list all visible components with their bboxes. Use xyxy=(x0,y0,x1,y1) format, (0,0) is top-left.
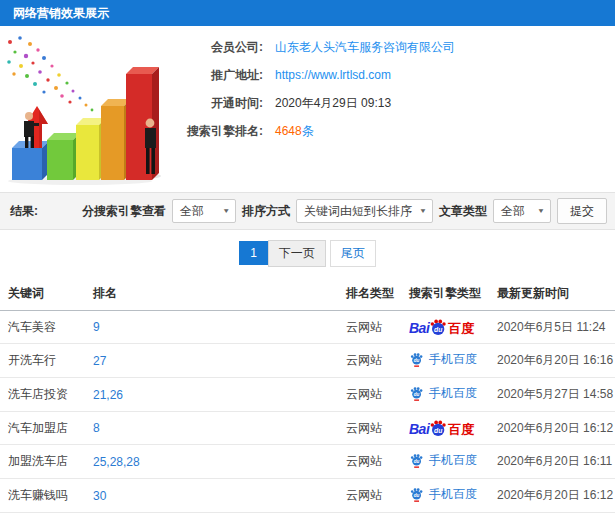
rank-type-cell: 云网站 xyxy=(338,479,401,513)
svg-text:du: du xyxy=(414,493,420,498)
update-time-cell: 2020年6月20日 16:16 xyxy=(489,344,615,378)
pagination: 1 下一页 尾页 xyxy=(0,230,615,276)
sort-filter-label: 排序方式 xyxy=(242,203,290,220)
table-row: 洗车店利润 30 云网站 du手机百度 2020年6月18日 14:27 xyxy=(0,513,615,520)
rank-cell[interactable]: 21,26 xyxy=(85,378,338,412)
mobile-baidu-logo: du手机百度 xyxy=(409,452,477,469)
table-row: 汽车美容 9 云网站 Baidu百度 2020年6月5日 11:24 xyxy=(0,311,615,344)
svg-text:du: du xyxy=(414,459,420,464)
col-header-update-time: 最新更新时间 xyxy=(489,276,615,311)
update-time-cell: 2020年6月20日 16:11 xyxy=(489,445,615,479)
update-time-cell: 2020年6月5日 11:24 xyxy=(489,311,615,344)
filter-bar: 结果: 分搜索引擎查看 全部▼ 排序方式 关键词由短到长排序▼ 文章类型 全部▼… xyxy=(0,192,615,230)
engine-select[interactable]: 全部▼ xyxy=(172,199,236,223)
next-page-button[interactable]: 下一页 xyxy=(268,240,326,267)
keyword-cell: 开洗车行 xyxy=(0,344,85,378)
update-time-cell: 2020年5月27日 14:58 xyxy=(489,378,615,412)
engine-filter-label: 分搜索引擎查看 xyxy=(82,203,166,220)
keyword-cell: 加盟洗车店 xyxy=(0,445,85,479)
col-header-rank-type: 排名类型 xyxy=(338,276,401,311)
col-header-rank: 排名 xyxy=(85,276,338,311)
keyword-cell: 洗车赚钱吗 xyxy=(0,479,85,513)
keyword-cell: 汽车美容 xyxy=(0,311,85,344)
rank-type-cell: 云网站 xyxy=(338,513,401,520)
mobile-baidu-logo: du手机百度 xyxy=(409,486,477,503)
baidu-logo: Baidu百度 xyxy=(409,318,474,335)
col-header-engine-type: 搜索引擎类型 xyxy=(401,276,489,311)
chevron-down-icon: ▼ xyxy=(419,207,427,214)
rank-cell[interactable]: 27 xyxy=(85,344,338,378)
table-row: 洗车赚钱吗 30 云网站 du手机百度 2020年6月20日 16:12 xyxy=(0,479,615,513)
submit-button[interactable]: 提交 xyxy=(557,198,607,224)
rank-type-cell: 云网站 xyxy=(338,344,401,378)
bar-chart-illustration xyxy=(0,30,175,188)
rank-cell[interactable]: 8 xyxy=(85,412,338,445)
mobile-baidu-paw-icon: du xyxy=(409,352,424,367)
rank-type-cell: 云网站 xyxy=(338,445,401,479)
baidu-paw-icon: du xyxy=(429,419,447,437)
type-select[interactable]: 全部▼ xyxy=(493,199,551,223)
chevron-down-icon: ▼ xyxy=(222,207,230,214)
mobile-baidu-paw-icon: du xyxy=(409,386,424,401)
table-row: 洗车店投资 21,26 云网站 du手机百度 2020年5月27日 14:58 xyxy=(0,378,615,412)
promo-url-label: 推广地址: xyxy=(175,66,263,85)
open-time-value: 2020年4月29日 09:13 xyxy=(275,94,391,113)
company-link[interactable]: 山东老人头汽车服务咨询有限公司 xyxy=(275,38,455,57)
baidu-logo: Baidu百度 xyxy=(409,419,474,436)
rank-type-cell: 云网站 xyxy=(338,311,401,344)
mobile-baidu-logo: du手机百度 xyxy=(409,385,477,402)
rank-cell[interactable]: 9 xyxy=(85,311,338,344)
svg-text:du: du xyxy=(414,358,420,363)
baidu-paw-icon: du xyxy=(429,318,447,336)
rank-type-cell: 云网站 xyxy=(338,378,401,412)
col-header-keyword: 关键词 xyxy=(0,276,85,311)
member-info: 会员公司: 山东老人头汽车服务咨询有限公司 推广地址: https://www.… xyxy=(175,30,615,192)
type-filter-label: 文章类型 xyxy=(439,203,487,220)
svg-text:du: du xyxy=(434,326,442,333)
rank-cell[interactable]: 30 xyxy=(85,513,338,520)
rank-count-label: 搜索引擎排名: xyxy=(175,122,263,141)
table-row: 开洗车行 27 云网站 du手机百度 2020年6月20日 16:16 xyxy=(0,344,615,378)
keyword-cell: 汽车加盟店 xyxy=(0,412,85,445)
update-time-cell: 2020年6月18日 14:27 xyxy=(489,513,615,520)
page-title: 网络营销效果展示 xyxy=(0,0,615,26)
keyword-cell: 洗车店利润 xyxy=(0,513,85,520)
mobile-baidu-paw-icon: du xyxy=(409,453,424,468)
rank-count-value: 4648条 xyxy=(275,122,314,141)
page-1-button[interactable]: 1 xyxy=(239,241,268,265)
promo-url-link[interactable]: https://www.lrtlsd.com xyxy=(275,66,391,85)
summary-section: 会员公司: 山东老人头汽车服务咨询有限公司 推广地址: https://www.… xyxy=(0,26,615,192)
rank-cell[interactable]: 30 xyxy=(85,479,338,513)
open-time-label: 开通时间: xyxy=(175,94,263,113)
mobile-baidu-paw-icon: du xyxy=(409,487,424,502)
table-row: 加盟洗车店 25,28,28 云网站 du手机百度 2020年6月20日 16:… xyxy=(0,445,615,479)
mobile-baidu-logo: du手机百度 xyxy=(409,351,477,368)
table-row: 汽车加盟店 8 云网站 Baidu百度 2020年6月20日 16:12 xyxy=(0,412,615,445)
company-label: 会员公司: xyxy=(175,38,263,57)
last-page-button[interactable]: 尾页 xyxy=(330,240,376,267)
update-time-cell: 2020年6月20日 16:12 xyxy=(489,479,615,513)
keyword-cell: 洗车店投资 xyxy=(0,378,85,412)
confetti-dots xyxy=(7,36,93,111)
rank-cell[interactable]: 25,28,28 xyxy=(85,445,338,479)
results-table: 关键词 排名 排名类型 搜索引擎类型 最新更新时间 汽车美容 9 云网站 Bai… xyxy=(0,276,615,520)
sort-select[interactable]: 关键词由短到长排序▼ xyxy=(296,199,433,223)
update-time-cell: 2020年6月20日 16:12 xyxy=(489,412,615,445)
chevron-down-icon: ▼ xyxy=(537,207,545,214)
rank-type-cell: 云网站 xyxy=(338,412,401,445)
result-label: 结果: xyxy=(10,203,38,220)
svg-text:du: du xyxy=(434,427,442,434)
svg-text:du: du xyxy=(414,392,420,397)
